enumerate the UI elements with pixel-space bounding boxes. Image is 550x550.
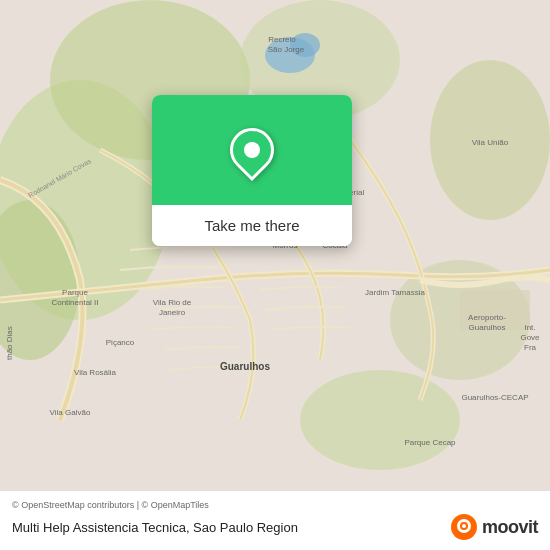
svg-text:Vila Rio de: Vila Rio de <box>153 298 192 307</box>
svg-text:Guarulhos: Guarulhos <box>220 361 270 372</box>
moovit-brand-text: moovit <box>482 517 538 538</box>
svg-text:Continental II: Continental II <box>51 298 98 307</box>
svg-text:Piçanco: Piçanco <box>106 338 135 347</box>
bottom-bar: © OpenStreetMap contributors | © OpenMap… <box>0 490 550 550</box>
svg-text:Gove: Gove <box>520 333 540 342</box>
svg-text:Recreio: Recreio <box>268 35 296 44</box>
svg-text:Janeiro: Janeiro <box>159 308 186 317</box>
svg-text:Vila União: Vila União <box>472 138 509 147</box>
location-name: Multi Help Assistencia Tecnica, Sao Paul… <box>12 520 298 535</box>
svg-text:Parque: Parque <box>62 288 88 297</box>
location-pin-icon <box>221 119 283 181</box>
moovit-logo: moovit <box>450 513 538 541</box>
svg-text:Aeroporto-: Aeroporto- <box>468 313 506 322</box>
popup-card: Take me there <box>152 95 352 246</box>
take-me-there-button[interactable]: Take me there <box>152 205 352 246</box>
svg-point-7 <box>300 370 460 470</box>
svg-text:thão Dias: thão Dias <box>5 326 14 360</box>
svg-text:Vila Galvão: Vila Galvão <box>50 408 91 417</box>
svg-text:Jardim Tamassia: Jardim Tamassia <box>365 288 425 297</box>
map-container[interactable]: Recreio São Jorge Rodoanel Mário Covas J… <box>0 0 550 490</box>
moovit-icon <box>450 513 478 541</box>
location-info: Multi Help Assistencia Tecnica, Sao Paul… <box>12 513 538 541</box>
svg-text:São Jorge: São Jorge <box>268 45 305 54</box>
svg-text:Fra: Fra <box>524 343 537 352</box>
svg-text:Int.: Int. <box>524 323 535 332</box>
svg-text:Guarulhos: Guarulhos <box>469 323 506 332</box>
popup-map-preview <box>152 95 352 205</box>
svg-text:Vila Rosália: Vila Rosália <box>74 368 117 377</box>
svg-text:Parque Cecap: Parque Cecap <box>404 438 456 447</box>
attribution-text: © OpenStreetMap contributors | © OpenMap… <box>12 500 538 510</box>
svg-point-39 <box>462 524 466 528</box>
svg-text:Guarulhos-CECAP: Guarulhos-CECAP <box>461 393 528 402</box>
